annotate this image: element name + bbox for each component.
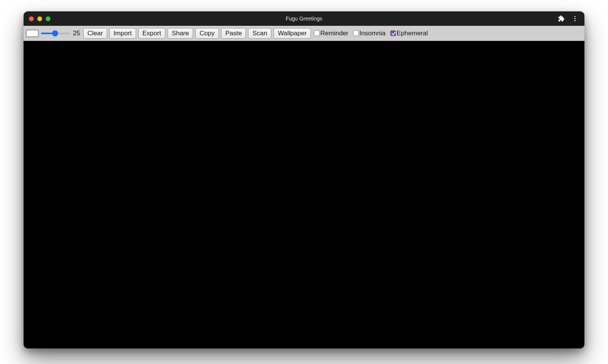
titlebar: Fugu Greetings	[24, 11, 584, 26]
export-button[interactable]: Export	[138, 28, 165, 39]
fullscreen-window-button[interactable]	[46, 16, 51, 21]
color-swatch[interactable]	[26, 30, 39, 37]
brush-size-slider[interactable]	[41, 30, 69, 37]
insomnia-checkbox[interactable]	[353, 30, 359, 36]
ephemeral-checkbox-group: Ephemeral	[390, 30, 429, 37]
paste-button[interactable]: Paste	[221, 28, 246, 39]
extensions-icon[interactable]	[558, 15, 565, 22]
more-vertical-icon[interactable]	[572, 15, 578, 22]
clear-button[interactable]: Clear	[83, 28, 107, 39]
insomnia-checkbox-group: Insomnia	[353, 30, 387, 37]
svg-point-0	[575, 16, 576, 17]
window-title: Fugu Greetings	[24, 16, 584, 22]
ephemeral-label: Ephemeral	[397, 30, 428, 37]
close-window-button[interactable]	[29, 16, 34, 21]
window-controls	[29, 16, 51, 21]
reminder-checkbox[interactable]	[314, 30, 320, 36]
minimize-window-button[interactable]	[37, 16, 42, 21]
slider-value: 25	[71, 30, 81, 37]
svg-point-1	[575, 18, 576, 19]
insomnia-label: Insomnia	[359, 30, 386, 37]
ephemeral-checkbox[interactable]	[390, 30, 396, 36]
share-button[interactable]: Share	[168, 28, 193, 39]
slider-thumb[interactable]	[52, 30, 58, 36]
svg-point-2	[575, 20, 576, 21]
page-root: Fugu Greetings	[0, 0, 608, 364]
reminder-checkbox-group: Reminder	[314, 30, 350, 37]
app-window: Fugu Greetings	[24, 11, 584, 348]
toolbar: 25 Clear Import Export Share Copy Paste …	[24, 26, 584, 41]
copy-button[interactable]: Copy	[195, 28, 219, 39]
wallpaper-button[interactable]: Wallpaper	[274, 28, 311, 39]
titlebar-right	[558, 15, 581, 22]
drawing-canvas[interactable]	[24, 41, 584, 348]
scan-button[interactable]: Scan	[248, 28, 271, 39]
reminder-label: Reminder	[320, 30, 348, 37]
import-button[interactable]: Import	[109, 28, 136, 39]
